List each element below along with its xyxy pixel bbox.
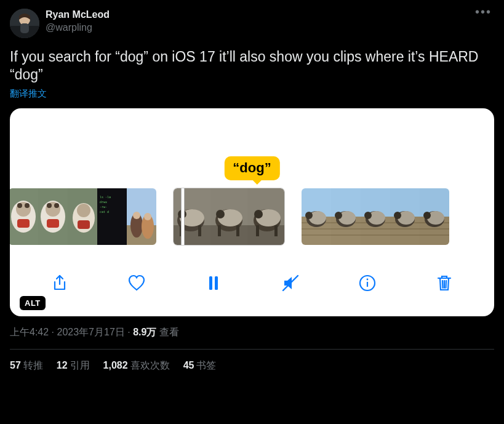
clip-3[interactable] bbox=[302, 188, 449, 245]
svg-point-59 bbox=[305, 212, 313, 219]
info-icon[interactable] bbox=[356, 272, 378, 294]
svg-point-14 bbox=[54, 203, 59, 208]
views-count[interactable]: 8.9万 bbox=[133, 327, 156, 337]
stat-quotes[interactable]: 12引用 bbox=[57, 359, 90, 372]
svg-point-91 bbox=[423, 212, 431, 219]
svg-text:drwx: drwx bbox=[100, 200, 107, 204]
media-toolbar bbox=[10, 268, 494, 298]
svg-rect-93 bbox=[215, 276, 218, 290]
stat-bookmarks[interactable]: 45书签 bbox=[183, 359, 217, 372]
stat-retweets[interactable]: 57转推 bbox=[10, 359, 43, 372]
video-frame: ls -ladrwx-rw-cat d bbox=[97, 188, 127, 245]
translate-link[interactable]: 翻译推文 bbox=[10, 88, 494, 100]
svg-rect-43 bbox=[218, 225, 221, 236]
svg-point-83 bbox=[394, 212, 401, 219]
svg-rect-15 bbox=[47, 219, 59, 228]
tweet-container: Ryan McLeod @warpling ••• If you search … bbox=[0, 0, 504, 372]
svg-point-96 bbox=[367, 278, 369, 280]
svg-line-98 bbox=[442, 281, 443, 288]
video-frame bbox=[127, 188, 156, 245]
clip-1[interactable]: ls -ladrwx-rw-cat d bbox=[10, 188, 156, 245]
tweet-media[interactable]: “dog” ls -ladrwx-rw-cat d bbox=[10, 108, 494, 316]
author-display-name[interactable]: Ryan McLeod bbox=[46, 9, 466, 22]
views-label: 查看 bbox=[156, 327, 178, 337]
svg-point-67 bbox=[335, 212, 342, 219]
video-frame bbox=[302, 188, 331, 245]
svg-text:cat d: cat d bbox=[100, 210, 109, 214]
svg-line-100 bbox=[446, 281, 447, 288]
pause-icon[interactable] bbox=[202, 272, 225, 294]
trash-icon[interactable] bbox=[433, 272, 455, 294]
caption-bubble: “dog” bbox=[224, 156, 279, 180]
clip-2[interactable] bbox=[174, 188, 284, 245]
svg-point-13 bbox=[47, 203, 52, 208]
svg-point-49 bbox=[254, 210, 263, 218]
tweet-date[interactable]: 2023年7月17日 bbox=[57, 327, 124, 337]
heart-icon[interactable] bbox=[126, 272, 148, 294]
svg-rect-37 bbox=[198, 225, 201, 236]
video-frame bbox=[10, 188, 38, 245]
svg-point-42 bbox=[216, 210, 225, 218]
video-frame bbox=[420, 188, 449, 245]
video-frame bbox=[38, 188, 68, 245]
tweet-stats: 57转推 12引用 1,082喜欢次数 45书签 bbox=[10, 350, 494, 372]
svg-rect-51 bbox=[274, 225, 278, 236]
svg-rect-19 bbox=[78, 220, 90, 229]
author-handle[interactable]: @warpling bbox=[46, 22, 466, 33]
svg-rect-92 bbox=[209, 276, 212, 290]
author-names: Ryan McLeod @warpling bbox=[46, 9, 466, 33]
video-frame bbox=[68, 188, 97, 245]
svg-point-8 bbox=[25, 203, 30, 208]
svg-rect-44 bbox=[236, 225, 239, 236]
playhead[interactable] bbox=[181, 188, 185, 245]
svg-point-7 bbox=[17, 203, 22, 208]
tweet-header: Ryan McLeod @warpling ••• bbox=[10, 9, 494, 38]
svg-rect-9 bbox=[17, 219, 30, 228]
svg-rect-3 bbox=[20, 23, 29, 33]
tweet-text: If you search for “dog” on iOS 17 it’ll … bbox=[10, 48, 494, 84]
svg-point-18 bbox=[77, 204, 90, 217]
svg-point-75 bbox=[364, 212, 372, 219]
video-frame bbox=[210, 188, 247, 245]
share-icon[interactable] bbox=[49, 272, 71, 294]
stat-likes[interactable]: 1,082喜欢次数 bbox=[103, 359, 170, 372]
video-frame bbox=[390, 188, 420, 245]
video-frame bbox=[174, 188, 210, 245]
svg-point-30 bbox=[144, 213, 151, 220]
tweet-meta: 上午4:42 · 2023年7月17日 · 8.9万 查看 bbox=[10, 326, 494, 339]
tweet-time[interactable]: 上午4:42 bbox=[10, 327, 49, 337]
avatar[interactable] bbox=[10, 9, 39, 38]
video-filmstrip: ls -ladrwx-rw-cat d bbox=[10, 188, 494, 245]
video-frame bbox=[361, 188, 390, 245]
more-icon[interactable]: ••• bbox=[473, 9, 494, 15]
mute-icon[interactable] bbox=[279, 272, 302, 294]
video-frame bbox=[247, 188, 284, 245]
svg-rect-50 bbox=[256, 225, 259, 236]
svg-text:-rw-: -rw- bbox=[100, 205, 107, 209]
video-frame bbox=[331, 188, 361, 245]
alt-badge[interactable]: ALT bbox=[20, 296, 46, 310]
svg-text:ls -la: ls -la bbox=[100, 195, 111, 199]
svg-point-28 bbox=[133, 212, 140, 219]
